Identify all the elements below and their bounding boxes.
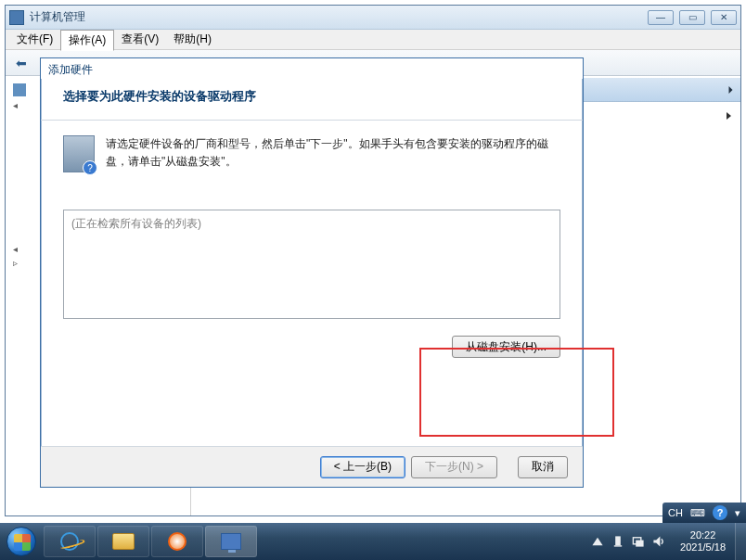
windows-logo-icon — [6, 527, 36, 556]
svg-rect-0 — [615, 536, 621, 545]
show-desktop-button[interactable] — [735, 523, 746, 560]
info-text: 请选定硬件设备的厂商和型号，然后单击"下一步"。如果手头有包含要安装的驱动程序的… — [106, 135, 560, 172]
system-tray: 20:22 2021/5/18 — [585, 523, 746, 560]
taskbar: 20:22 2021/5/18 — [0, 523, 746, 560]
install-row: 从磁盘安装(H)... — [41, 328, 583, 365]
app-icon — [9, 10, 24, 25]
dialog-footer: < 上一步(B) 下一步(N) > 取消 — [41, 446, 583, 487]
taskbar-media-player[interactable] — [151, 526, 203, 557]
separator — [41, 120, 583, 121]
lang-code[interactable]: CH — [668, 507, 683, 518]
back-button[interactable]: < 上一步(B) — [320, 456, 405, 478]
next-button[interactable]: 下一步(N) > — [411, 456, 497, 478]
monitor-icon — [221, 533, 241, 550]
tree-toggle-icon[interactable]: ◂ — [13, 100, 22, 110]
dialog-header: 选择要为此硬件安装的设备驱动程序 — [41, 79, 583, 120]
media-player-icon — [168, 532, 186, 551]
cancel-button[interactable]: 取消 — [518, 456, 568, 478]
menubar: 文件(F) 操作(A) 查看(V) 帮助(H) — [6, 30, 740, 50]
action-center-icon[interactable] — [611, 535, 624, 548]
list-placeholder: (正在检索所有设备的列表) — [71, 217, 201, 230]
maximize-button[interactable]: ▭ — [679, 10, 705, 25]
clock[interactable]: 20:22 2021/5/18 — [671, 529, 735, 554]
titlebar[interactable]: 计算机管理 — ▭ ✕ — [6, 6, 740, 30]
taskbar-computer-management[interactable] — [205, 526, 257, 557]
svg-rect-3 — [636, 541, 643, 547]
taskbar-ie[interactable] — [44, 526, 96, 557]
device-help-icon — [63, 135, 95, 172]
nav-back-icon[interactable]: ⬅ — [11, 54, 32, 72]
window-title: 计算机管理 — [30, 9, 648, 25]
menu-help[interactable]: 帮助(H) — [166, 30, 219, 49]
ie-icon — [60, 532, 79, 551]
svg-rect-1 — [614, 545, 622, 546]
keyboard-icon[interactable]: ⌨ — [690, 507, 705, 519]
device-list[interactable]: (正在检索所有设备的列表) — [63, 210, 560, 319]
clock-time: 20:22 — [680, 529, 726, 541]
tray-up-icon[interactable] — [591, 535, 604, 548]
menu-view[interactable]: 查看(V) — [114, 30, 166, 49]
clock-date: 2021/5/18 — [680, 541, 726, 554]
language-bar[interactable]: CH ⌨ ? ▾ — [662, 503, 746, 523]
volume-icon[interactable] — [652, 535, 665, 548]
dialog-title: 添加硬件 — [41, 58, 583, 79]
dialog-heading: 选择要为此硬件安装的设备驱动程序 — [63, 88, 568, 105]
network-icon[interactable] — [632, 535, 645, 548]
lang-options-icon[interactable]: ▾ — [735, 507, 740, 519]
menu-file[interactable]: 文件(F) — [9, 30, 60, 49]
tree-expand-icon[interactable]: ▹ — [13, 258, 22, 268]
help-icon[interactable]: ? — [713, 505, 727, 520]
add-hardware-dialog: 添加硬件 选择要为此硬件安装的设备驱动程序 请选定硬件设备的厂商和型号，然后单击… — [40, 57, 584, 488]
taskbar-explorer[interactable] — [97, 526, 149, 557]
close-button[interactable]: ✕ — [711, 10, 737, 25]
minimize-button[interactable]: — — [648, 10, 674, 25]
menu-action[interactable]: 操作(A) — [60, 30, 114, 51]
start-button[interactable] — [0, 523, 43, 560]
install-from-disk-button[interactable]: 从磁盘安装(H)... — [452, 336, 560, 358]
collapse-icon[interactable] — [729, 86, 733, 94]
tray-icons — [585, 535, 671, 548]
computer-icon — [13, 83, 26, 96]
info-row: 请选定硬件设备的厂商和型号，然后单击"下一步"。如果手头有包含要安装的驱动程序的… — [41, 135, 583, 172]
window-controls: — ▭ ✕ — [648, 10, 737, 25]
tree-toggle-icon[interactable]: ◂ — [13, 244, 22, 254]
folder-icon — [112, 533, 135, 550]
chevron-right-icon — [727, 112, 731, 120]
